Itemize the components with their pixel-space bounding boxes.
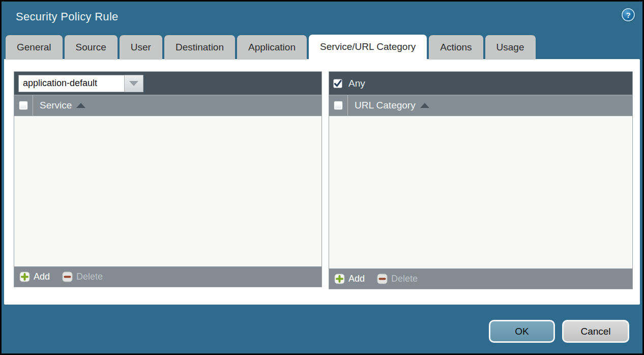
service-type-dropdown-button[interactable] xyxy=(124,75,143,92)
cancel-button[interactable]: Cancel xyxy=(562,320,629,343)
header-divider xyxy=(347,95,348,116)
tab-application[interactable]: Application xyxy=(237,35,307,60)
service-type-input[interactable] xyxy=(18,75,124,92)
minus-icon xyxy=(62,271,73,282)
service-type-combobox xyxy=(18,75,143,92)
service-add-label: Add xyxy=(34,271,50,282)
service-footer: Add Delete xyxy=(14,266,321,287)
sort-ascending-icon xyxy=(76,103,85,108)
chevron-down-icon xyxy=(129,81,138,86)
service-table-body xyxy=(14,116,321,266)
sort-ascending-icon xyxy=(420,103,429,108)
url-category-table-body xyxy=(329,116,632,268)
plus-icon xyxy=(334,274,345,284)
url-category-panel: Any URL Category Add xyxy=(329,71,633,289)
tab-destination[interactable]: Destination xyxy=(164,35,235,60)
url-category-select-all-checkbox[interactable] xyxy=(334,101,343,110)
tab-bar: General Source User Destination Applicat… xyxy=(6,35,536,60)
tab-general[interactable]: General xyxy=(6,35,63,60)
service-panel: Service Add Delete xyxy=(14,71,322,287)
help-icon[interactable]: ? xyxy=(622,8,635,21)
service-toolbar xyxy=(14,72,321,95)
any-checkbox[interactable] xyxy=(333,79,342,88)
header-divider xyxy=(33,95,33,116)
url-category-toolbar: Any xyxy=(329,72,632,95)
any-label[interactable]: Any xyxy=(348,78,365,89)
url-category-delete-button[interactable]: Delete xyxy=(377,274,418,284)
url-category-select-all-cell xyxy=(329,101,347,110)
service-delete-label: Delete xyxy=(76,271,103,282)
service-add-button[interactable]: Add xyxy=(19,271,50,282)
url-category-delete-label: Delete xyxy=(391,274,418,284)
service-column-label[interactable]: Service xyxy=(40,100,72,111)
tab-usage[interactable]: Usage xyxy=(485,35,536,60)
dialog-content: Service Add Delete xyxy=(4,59,640,305)
plus-icon xyxy=(19,271,30,282)
url-category-add-label: Add xyxy=(348,274,365,284)
tab-service-url-category[interactable]: Service/URL Category xyxy=(309,35,427,60)
url-category-table-header: URL Category xyxy=(329,95,632,116)
tab-actions[interactable]: Actions xyxy=(429,35,483,60)
service-delete-button[interactable]: Delete xyxy=(62,271,103,282)
page-title: Security Policy Rule xyxy=(16,10,119,23)
checkmark-icon xyxy=(334,79,342,88)
ok-button[interactable]: OK xyxy=(489,320,555,343)
url-category-column-label[interactable]: URL Category xyxy=(355,100,416,111)
minus-icon xyxy=(377,274,388,284)
security-policy-rule-dialog: Security Policy Rule ? General Source Us… xyxy=(0,0,644,355)
service-table-header: Service xyxy=(14,95,321,116)
service-select-all-checkbox[interactable] xyxy=(19,101,28,110)
url-category-footer: Add Delete xyxy=(329,268,632,289)
service-select-all-cell xyxy=(14,101,33,110)
tab-user[interactable]: User xyxy=(120,35,162,60)
url-category-add-button[interactable]: Add xyxy=(334,274,365,284)
tab-source[interactable]: Source xyxy=(65,35,118,60)
